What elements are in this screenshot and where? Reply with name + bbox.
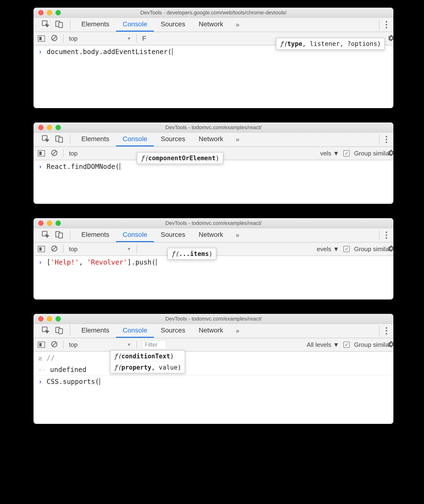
tab-network[interactable]: Network (192, 228, 230, 242)
console-toolbar: top vels ▼ ✓ Group similar ƒ(componentOr… (33, 147, 393, 160)
console-input[interactable]: document.body.addEventListener( (47, 48, 173, 56)
levels-text-fragment[interactable]: evels ▼ (317, 246, 339, 253)
close-icon[interactable] (38, 10, 44, 15)
signature-fn-symbol: ƒ( (141, 154, 148, 162)
console-input[interactable]: React.findDOMNode( (47, 163, 120, 171)
inspect-element-icon[interactable] (42, 326, 50, 335)
inspect-element-icon[interactable] (42, 135, 50, 144)
clear-console-icon[interactable] (51, 149, 58, 157)
devtools-window-1: DevTools - developers.google.com/web/too… (33, 8, 393, 108)
close-icon[interactable] (38, 125, 44, 130)
close-icon[interactable] (38, 221, 44, 226)
settings-gear-icon[interactable] (387, 340, 395, 349)
output-icon: ‹· (38, 366, 46, 373)
minimize-icon[interactable] (47, 125, 52, 130)
settings-gear-icon[interactable] (387, 245, 395, 253)
tab-sources[interactable]: Sources (154, 228, 192, 242)
tab-console[interactable]: Console (116, 133, 154, 146)
execution-context-selector[interactable]: top▼ (69, 35, 131, 42)
clear-console-icon[interactable] (51, 341, 58, 349)
settings-gear-icon[interactable] (387, 34, 395, 43)
clear-console-icon[interactable] (51, 34, 58, 43)
devtools-menu-icon[interactable] (380, 324, 393, 338)
devtools-window-3: DevTools - todomvc.com/examples/react/ E… (33, 218, 393, 300)
toggle-device-icon[interactable] (55, 326, 63, 335)
group-similar-checkbox[interactable]: ✓ (343, 246, 349, 252)
filter-input-fragment[interactable]: F (142, 35, 146, 42)
tab-network[interactable]: Network (192, 324, 230, 338)
tab-console[interactable]: Console (116, 228, 154, 242)
log-levels-selector[interactable]: All levels ▼ (307, 341, 339, 349)
console-history-command: // (47, 354, 55, 362)
clear-console-icon[interactable] (51, 245, 58, 253)
tab-sources[interactable]: Sources (154, 133, 192, 146)
console-toolbar: top▼ F r ƒ(type, listener, ?options) (33, 32, 393, 45)
tab-console[interactable]: Console (116, 324, 154, 338)
signature-rest: , listener, ?options) (302, 40, 381, 47)
toggle-device-icon[interactable] (55, 135, 63, 144)
zoom-icon[interactable] (56, 316, 61, 321)
signature-active-param: property (121, 364, 151, 371)
execution-context-selector[interactable]: top▼ (69, 246, 131, 253)
group-similar-checkbox[interactable]: ✓ (343, 150, 349, 156)
tab-sources[interactable]: Sources (154, 324, 192, 338)
prompt-icon: › (38, 258, 42, 266)
tabs-overflow-icon[interactable]: » (230, 18, 245, 31)
window-titlebar: DevTools - todomvc.com/examples/react/ (33, 314, 393, 324)
tab-elements[interactable]: Elements (75, 18, 116, 31)
window-title: DevTools - developers.google.com/web/too… (33, 10, 393, 16)
tab-elements[interactable]: Elements (75, 228, 116, 242)
group-similar-checkbox[interactable]: ✓ (343, 342, 349, 348)
zoom-icon[interactable] (56, 125, 61, 130)
group-similar-label: Group similar (354, 246, 391, 253)
devtools-window-4: DevTools - todomvc.com/examples/react/ E… (33, 314, 393, 424)
svg-rect-14 (59, 329, 63, 334)
settings-gear-icon[interactable] (387, 149, 395, 158)
tab-sources[interactable]: Sources (154, 18, 192, 31)
minimize-icon[interactable] (47, 10, 52, 15)
signature-fn-symbol: ƒ( (171, 250, 179, 257)
console-input[interactable]: CSS.supports( (47, 378, 100, 386)
tab-elements[interactable]: Elements (75, 324, 116, 338)
inspect-element-icon[interactable] (42, 231, 50, 240)
prompt-icon: › (38, 378, 42, 386)
execution-context-selector[interactable]: top▼ (69, 341, 131, 349)
zoom-icon[interactable] (56, 10, 61, 15)
console-sidebar-toggle-icon[interactable] (38, 246, 45, 252)
minimize-icon[interactable] (47, 316, 52, 321)
devtools-window-2: DevTools - todomvc.com/examples/react/ E… (33, 123, 393, 204)
signature-hint-popup: ƒ(conditionText) ƒ(property, value) (110, 350, 185, 373)
console-sidebar-toggle-icon[interactable] (38, 150, 45, 156)
tabs-overflow-icon[interactable]: » (230, 324, 245, 338)
tab-elements[interactable]: Elements (75, 133, 116, 146)
toggle-device-icon[interactable] (55, 20, 63, 29)
traffic-lights (33, 125, 61, 130)
tab-console[interactable]: Console (116, 18, 154, 31)
toggle-device-icon[interactable] (55, 231, 63, 240)
console-input[interactable]: ['Help!', 'Revolver'].push( (47, 258, 156, 266)
signature-fn-symbol: ƒ( (114, 353, 121, 360)
tab-network[interactable]: Network (192, 133, 230, 146)
group-similar-label: Group similar (354, 150, 391, 157)
devtools-menu-icon[interactable] (380, 18, 393, 31)
minimize-icon[interactable] (47, 221, 52, 226)
zoom-icon[interactable] (56, 221, 61, 226)
tabs-overflow-icon[interactable]: » (230, 228, 245, 242)
traffic-lights (33, 10, 61, 15)
prompt-past-icon: ≥ (38, 354, 42, 362)
console-sidebar-toggle-icon[interactable] (38, 35, 45, 42)
levels-text-fragment[interactable]: vels ▼ (320, 150, 339, 157)
execution-context-selector[interactable]: top (69, 150, 107, 157)
close-icon[interactable] (38, 316, 44, 321)
console-body: ≥ // ‹· undefined › CSS.supports( ƒ(cond… (33, 352, 393, 419)
tab-network[interactable]: Network (192, 18, 230, 31)
console-sidebar-toggle-icon[interactable] (38, 342, 45, 348)
devtools-menu-icon[interactable] (380, 133, 393, 146)
window-title: DevTools - todomvc.com/examples/react/ (33, 124, 393, 131)
signature-active-param: ...items (179, 250, 209, 257)
signature-active-param: conditionText (121, 353, 170, 360)
devtools-menu-icon[interactable] (380, 228, 393, 242)
inspect-element-icon[interactable] (42, 20, 50, 29)
tabs-overflow-icon[interactable]: » (230, 133, 245, 146)
filter-input[interactable]: Filter (142, 340, 166, 349)
